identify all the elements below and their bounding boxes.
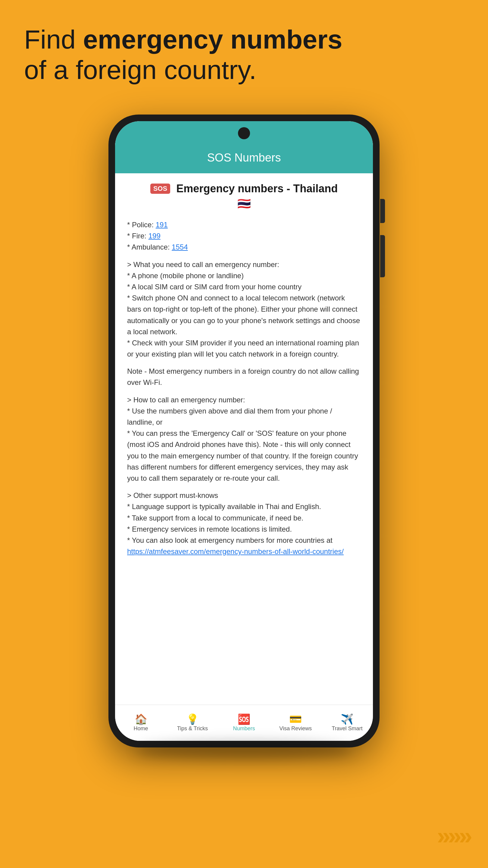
nav-visa-label: Visa Reviews [279, 725, 312, 732]
fire-label: * Fire: [127, 232, 149, 240]
content-block-4: > Other support must-knows * Language su… [127, 490, 361, 557]
phone-mockup: SOS Numbers SOS Emergency numbers - Thai… [108, 115, 380, 747]
phone-screen: SOS Numbers SOS Emergency numbers - Thai… [115, 121, 373, 741]
emergency-numbers: * Police: 191 * Fire: 199 * Ambulance: 1… [127, 219, 361, 253]
nav-tips-label: Tips & Tricks [177, 725, 208, 732]
police-number[interactable]: 191 [156, 221, 168, 229]
sos-title-row: SOS Emergency numbers - Thailand [150, 182, 338, 195]
nav-numbers[interactable]: 🆘 Numbers [218, 705, 270, 741]
app-header-title: SOS Numbers [124, 151, 364, 164]
country-flag: 🇹🇭 [237, 197, 251, 210]
header-section: Find emergency numbers of a foreign coun… [24, 24, 464, 85]
nav-home[interactable]: 🏠 Home [115, 705, 167, 741]
phone-shadow [135, 741, 352, 760]
content-block-3: > How to call an emergency number: * Use… [127, 394, 361, 484]
screen-content[interactable]: SOS Emergency numbers - Thailand 🇹🇭 * Po… [115, 173, 373, 705]
header-title: Find emergency numbers of a foreign coun… [24, 24, 464, 85]
nav-visa-reviews[interactable]: 💳 Visa Reviews [270, 705, 321, 741]
content-block-2: Note - Most emergency numbers in a forei… [127, 366, 361, 388]
bottom-navigation: 🏠 Home 💡 Tips & Tricks 🆘 Numbers 💳 Visa … [115, 705, 373, 741]
arrows-decoration: »»» [437, 822, 470, 850]
app-header: SOS Numbers [115, 148, 373, 173]
power-button [380, 199, 385, 223]
nav-numbers-label: Numbers [233, 725, 255, 732]
sos-badge: SOS [150, 184, 170, 194]
travel-icon: ✈️ [341, 714, 353, 724]
ambulance-label: * Ambulance: [127, 243, 172, 251]
ambulance-number[interactable]: 1554 [172, 243, 188, 251]
tips-icon: 💡 [186, 714, 199, 724]
camera-notch [238, 127, 250, 139]
nav-travel-smart[interactable]: ✈️ Travel Smart [321, 705, 373, 741]
header-line2: of a foreign country. [24, 55, 256, 85]
fire-number[interactable]: 199 [149, 232, 161, 240]
nav-tips-tricks[interactable]: 💡 Tips & Tricks [167, 705, 218, 741]
home-icon: 🏠 [135, 714, 147, 724]
external-link[interactable]: https://atmfeesaver.com/emergency-number… [127, 547, 344, 555]
police-label: * Police: [127, 221, 156, 229]
nav-home-label: Home [134, 725, 148, 732]
visa-icon: 💳 [289, 714, 302, 724]
page-title: Emergency numbers - Thailand [176, 182, 338, 195]
header-title-bold: emergency numbers [83, 24, 343, 54]
notch-area [115, 121, 373, 148]
sos-title-block: SOS Emergency numbers - Thailand 🇹🇭 [127, 182, 361, 210]
numbers-icon: 🆘 [238, 714, 250, 724]
volume-button [380, 235, 385, 277]
phone-shell: SOS Numbers SOS Emergency numbers - Thai… [108, 115, 380, 747]
header-line1-prefix: Find [24, 24, 83, 54]
nav-travel-label: Travel Smart [332, 725, 362, 732]
content-block-1: > What you need to call an emergency num… [127, 259, 361, 360]
